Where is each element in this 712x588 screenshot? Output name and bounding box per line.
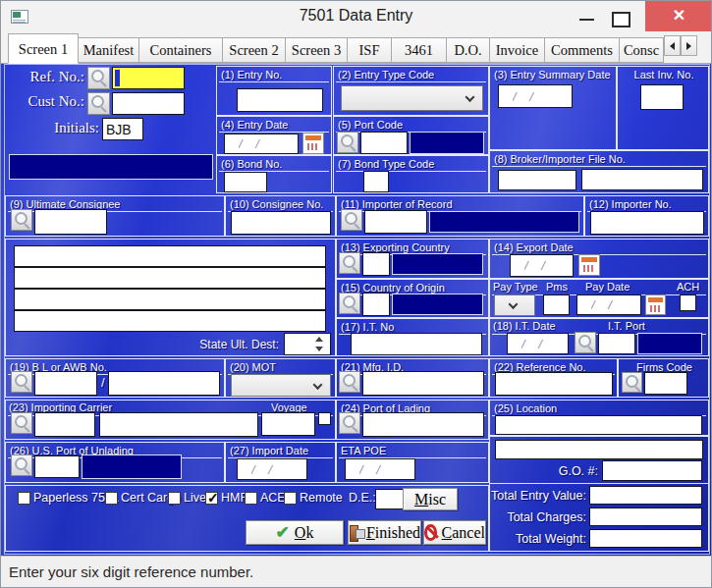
voyage-input[interactable]: [261, 412, 315, 436]
entry-summary-date-input[interactable]: [498, 84, 573, 108]
tab-screen-2[interactable]: Screen 2: [223, 37, 286, 63]
export-date-calendar-icon[interactable]: [578, 254, 600, 276]
tab-manifest[interactable]: Manifest: [79, 37, 139, 63]
total-charges-input[interactable]: [589, 508, 702, 526]
firms-code-input[interactable]: [644, 372, 687, 395]
bl-awb-input-1[interactable]: [34, 371, 97, 396]
it-port-search-icon[interactable]: [575, 332, 596, 353]
close-icon[interactable]: ✕: [645, 1, 712, 31]
address-line-3-input[interactable]: [14, 289, 326, 310]
importer-of-record-input[interactable]: [364, 210, 427, 234]
entry-date-calendar-icon[interactable]: [302, 133, 324, 154]
us-port-of-unlading-search-icon[interactable]: [11, 454, 32, 476]
entry-type-code-label: (2) Entry Type Code: [336, 68, 486, 82]
location-input-2[interactable]: [495, 440, 703, 459]
export-date-input[interactable]: [510, 254, 574, 277]
mot-select[interactable]: [231, 374, 331, 397]
mfg-id-search-icon[interactable]: [339, 371, 360, 393]
importer-of-record-search-icon[interactable]: [341, 209, 362, 231]
pay-date-calendar-icon[interactable]: [645, 294, 666, 315]
checkbox-live[interactable]: [168, 492, 181, 505]
bl-awb-input-2[interactable]: [108, 371, 220, 396]
pay-date-input[interactable]: [576, 294, 641, 315]
importing-carrier-search-icon[interactable]: [11, 412, 32, 434]
entry-date-input[interactable]: [224, 134, 299, 154]
voyage-expand-button[interactable]: [318, 412, 331, 425]
firms-code-search-icon[interactable]: [622, 372, 642, 393]
minimize-icon[interactable]: [575, 9, 600, 27]
ref-no-input[interactable]: [112, 67, 185, 89]
checkbox-cert-cargo[interactable]: [105, 492, 118, 505]
tab-consolidated[interactable]: Consc: [620, 37, 664, 63]
it-date-input[interactable]: [507, 333, 569, 354]
state-ult-dest-spinner[interactable]: [284, 333, 331, 355]
cancel-button[interactable]: Cancel: [423, 520, 486, 545]
cust-no-input[interactable]: [112, 92, 185, 115]
ach-input[interactable]: [680, 294, 696, 311]
mfg-id-input[interactable]: [362, 371, 484, 396]
cust-no-search-icon[interactable]: [87, 92, 110, 115]
panel-mot: (20) MOT: [225, 358, 336, 398]
title-bar[interactable]: 7501 Data Entry ✕: [1, 1, 711, 32]
ref-no-search-icon[interactable]: [87, 67, 110, 89]
address-line-4-input[interactable]: [14, 310, 326, 332]
address-line-2-input[interactable]: [14, 267, 326, 289]
total-entry-value-input[interactable]: [589, 486, 702, 505]
it-no-input[interactable]: [351, 333, 482, 355]
pay-type-select[interactable]: [494, 294, 535, 316]
checkbox-hmf[interactable]: [205, 492, 218, 505]
importing-carrier-code-input[interactable]: [34, 412, 95, 437]
checkbox-paperless-7501[interactable]: [18, 492, 30, 505]
port-code-input[interactable]: [360, 132, 408, 154]
checkbox-ace[interactable]: [245, 492, 257, 505]
entry-no-input[interactable]: [237, 88, 323, 112]
us-port-of-unlading-input[interactable]: [34, 455, 80, 478]
tab-scroll-right-icon[interactable]: [681, 35, 697, 56]
maximize-icon[interactable]: [607, 9, 632, 27]
address-line-1-input[interactable]: [14, 245, 326, 267]
entry-type-code-select[interactable]: [341, 85, 483, 111]
last-inv-no-input[interactable]: [640, 84, 684, 110]
tab-screen-3[interactable]: Screen 3: [286, 37, 348, 63]
pms-input[interactable]: [543, 294, 570, 315]
tab-isf[interactable]: ISF: [348, 37, 392, 63]
location-input-1[interactable]: [495, 415, 702, 435]
tab-containers[interactable]: Containers: [139, 37, 223, 63]
broker-file-no-input-2[interactable]: [581, 169, 703, 190]
reference-no-input[interactable]: [495, 372, 613, 396]
tab-invoice[interactable]: Invoice: [490, 37, 545, 63]
tab-comments[interactable]: Comments: [545, 37, 620, 63]
exporting-country-input[interactable]: [362, 252, 390, 276]
spin-down-icon[interactable]: [315, 347, 323, 351]
misc-button[interactable]: Misc: [403, 488, 458, 510]
port-of-lading-search-icon[interactable]: [339, 412, 360, 434]
port-code-search-icon[interactable]: [337, 132, 358, 153]
country-of-origin-search-icon[interactable]: [339, 293, 360, 314]
import-date-input[interactable]: [237, 458, 307, 480]
initials-input[interactable]: [102, 118, 143, 140]
spin-up-icon[interactable]: [315, 337, 323, 342]
tab-scroll-left-icon[interactable]: [664, 35, 681, 56]
port-of-lading-input[interactable]: [362, 412, 484, 437]
go-number-input[interactable]: [602, 460, 702, 481]
country-of-origin-input[interactable]: [362, 293, 390, 316]
ok-button[interactable]: ✔Ok: [246, 520, 344, 545]
tab-screen-1[interactable]: Screen 1: [8, 33, 79, 64]
bl-awb-search-icon[interactable]: [11, 371, 32, 393]
ultimate-consignee-input[interactable]: [34, 209, 107, 235]
bond-no-input[interactable]: [224, 172, 267, 192]
tab-do[interactable]: D.O.: [447, 37, 490, 63]
broker-file-no-input-1[interactable]: [498, 170, 576, 190]
finished-button[interactable]: Finished: [348, 520, 421, 545]
it-port-input[interactable]: [598, 333, 635, 354]
checkbox-remote[interactable]: [284, 492, 297, 505]
bond-type-code-input[interactable]: [363, 171, 389, 192]
tab-3461[interactable]: 3461: [392, 37, 447, 63]
ultimate-consignee-search-icon[interactable]: [11, 209, 32, 231]
importing-carrier-name-input[interactable]: [99, 412, 258, 437]
importer-no-input[interactable]: [590, 211, 704, 235]
total-weight-input[interactable]: [589, 529, 702, 548]
exporting-country-search-icon[interactable]: [339, 252, 360, 274]
consignee-no-input[interactable]: [231, 211, 331, 235]
eta-poe-input[interactable]: [345, 458, 415, 480]
